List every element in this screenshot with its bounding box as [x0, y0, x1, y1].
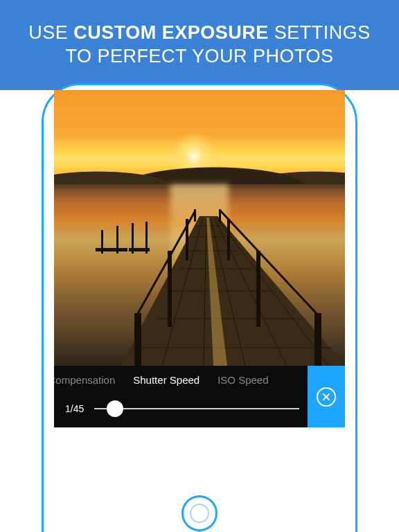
shutter-slider[interactable]: [94, 400, 299, 417]
slider-thumb[interactable]: [107, 400, 123, 417]
banner-line1-post: SETTINGS: [269, 22, 371, 43]
phone-screen: Exposure Compensation Shutter Speed ISO …: [54, 90, 345, 427]
promo-banner: USE CUSTOM EXPOSURE SETTINGS TO PERFECT …: [0, 0, 399, 90]
home-button: [181, 495, 218, 531]
banner-line2: TO PERFECT YOUR PHOTOS: [65, 46, 333, 66]
close-icon: [317, 387, 336, 407]
exposure-controls: Exposure Compensation Shutter Speed ISO …: [54, 366, 345, 427]
exposure-tabs: Exposure Compensation Shutter Speed ISO …: [54, 366, 308, 393]
device-stage: Exposure Compensation Shutter Speed ISO …: [0, 90, 399, 532]
tab-shutter-speed[interactable]: Shutter Speed: [133, 374, 200, 386]
banner-line1-bold: CUSTOM EXPOSURE: [73, 22, 269, 43]
slider-track-line: [94, 408, 299, 409]
tab-iso-speed[interactable]: ISO Speed: [218, 374, 268, 386]
home-button-ring: [190, 504, 209, 523]
banner-line1-pre: USE: [28, 22, 73, 43]
photo-sun-reflection: [170, 184, 229, 366]
close-button[interactable]: [308, 366, 345, 427]
tab-exposure-compensation[interactable]: Exposure Compensation: [54, 374, 115, 386]
controls-main: Exposure Compensation Shutter Speed ISO …: [54, 366, 308, 427]
slider-row: 1/45: [54, 393, 308, 427]
slider-value-label: 1/45: [65, 403, 94, 414]
